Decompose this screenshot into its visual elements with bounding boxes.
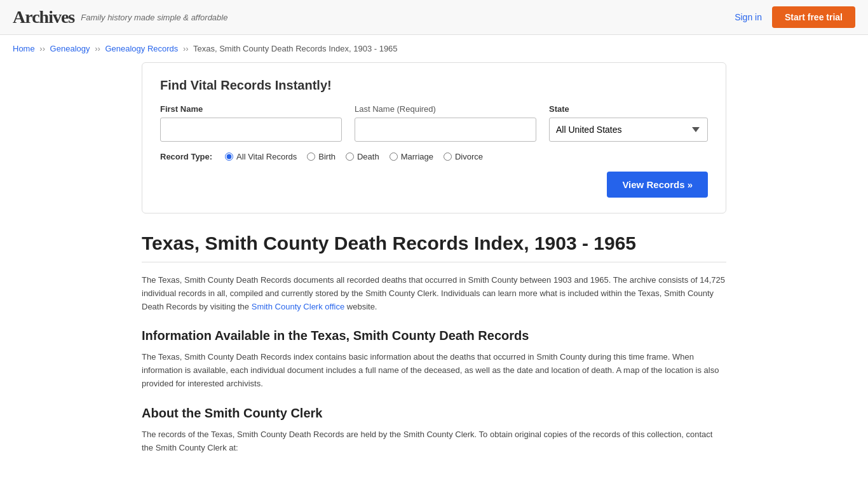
radio-death[interactable]: Death	[346, 152, 379, 161]
site-logo: Archives	[13, 7, 74, 27]
breadcrumb-genealogy[interactable]: Genealogy	[50, 44, 90, 53]
view-records-button[interactable]: View Records »	[607, 172, 708, 198]
radio-divorce[interactable]: Divorce	[444, 152, 483, 161]
intro-text: The Texas, Smith County Death Records do…	[142, 274, 726, 313]
breadcrumb-genealogy-records[interactable]: Genealogy Records	[105, 44, 178, 53]
section2-heading: About the Smith County Clerk	[142, 406, 726, 421]
breadcrumb: Home ›› Genealogy ›› Genealogy Records ›…	[0, 35, 868, 62]
section1-heading: Information Available in the Texas, Smit…	[142, 329, 726, 343]
radio-divorce-label: Divorce	[455, 152, 483, 161]
site-header: Archives Family history made simple & af…	[0, 0, 868, 35]
title-divider	[142, 262, 726, 262]
record-type-row: Record Type: All Vital Records Birth Dea…	[160, 152, 708, 161]
last-name-label: Last Name (Required)	[355, 104, 536, 114]
logo-area: Archives Family history made simple & af…	[13, 7, 227, 27]
state-select[interactable]: All United States	[549, 118, 708, 142]
intro-text-after: website.	[347, 302, 377, 311]
breadcrumb-sep-1: ››	[39, 44, 45, 53]
logo-tagline: Family history made simple & affordable	[81, 13, 227, 22]
radio-birth-input[interactable]	[307, 152, 315, 161]
record-type-label: Record Type:	[160, 152, 212, 161]
radio-death-input[interactable]	[346, 152, 354, 161]
last-name-input[interactable]	[355, 118, 536, 142]
intro-text-before: The Texas, Smith County Death Records do…	[142, 275, 725, 311]
radio-marriage-input[interactable]	[390, 152, 398, 161]
radio-death-label: Death	[357, 152, 379, 161]
breadcrumb-sep-2: ››	[95, 44, 100, 53]
header-nav: Sign in Start free trial	[735, 6, 855, 28]
radio-all-vital-label: All Vital Records	[236, 152, 297, 161]
radio-group: All Vital Records Birth Death Marriage D…	[225, 152, 483, 161]
start-trial-button[interactable]: Start free trial	[772, 6, 855, 28]
radio-marriage[interactable]: Marriage	[390, 152, 433, 161]
breadcrumb-sep-3: ››	[183, 44, 189, 53]
breadcrumb-home[interactable]: Home	[13, 44, 35, 53]
breadcrumb-current: Texas, Smith County Death Records Index,…	[193, 44, 398, 53]
search-fields: First Name Last Name (Required) State Al…	[160, 104, 708, 142]
first-name-input[interactable]	[160, 118, 342, 142]
first-name-label: First Name	[160, 104, 342, 114]
radio-all-vital[interactable]: All Vital Records	[225, 152, 297, 161]
state-group: State All United States	[549, 104, 708, 142]
radio-all-vital-input[interactable]	[225, 152, 233, 161]
radio-divorce-input[interactable]	[444, 152, 452, 161]
search-box: Find Vital Records Instantly! First Name…	[142, 62, 726, 214]
first-name-group: First Name	[160, 104, 342, 142]
radio-birth[interactable]: Birth	[307, 152, 336, 161]
sign-in-link[interactable]: Sign in	[735, 12, 762, 22]
state-label: State	[549, 104, 708, 114]
smith-county-clerk-link[interactable]: Smith County Clerk office	[252, 302, 344, 311]
section1-text: The Texas, Smith County Death Records in…	[142, 351, 726, 390]
page-title: Texas, Smith County Death Records Index,…	[142, 233, 726, 254]
section2-text: The records of the Texas, Smith County D…	[142, 428, 726, 455]
last-name-group: Last Name (Required)	[355, 104, 536, 142]
radio-birth-label: Birth	[318, 152, 336, 161]
main-content: Find Vital Records Instantly! First Name…	[129, 62, 739, 488]
search-title: Find Vital Records Instantly!	[160, 78, 708, 93]
radio-marriage-label: Marriage	[401, 152, 433, 161]
